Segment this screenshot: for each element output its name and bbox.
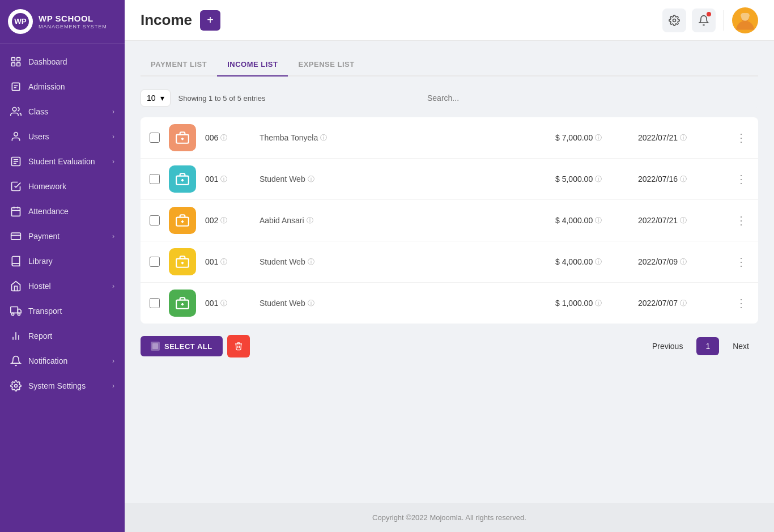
brand-name: WP SCHOOL: [39, 14, 107, 24]
sidebar-item-homework[interactable]: Homework: [0, 174, 125, 199]
info-icon[interactable]: ⓘ: [320, 133, 327, 143]
sidebar-item-payment[interactable]: Payment ›: [0, 224, 125, 249]
tab-payment-list[interactable]: PAYMENT LIST: [141, 54, 217, 76]
sidebar-item-system-settings[interactable]: System Settings ›: [0, 373, 125, 398]
page-1-button[interactable]: 1: [696, 337, 719, 355]
info-icon[interactable]: ⓘ: [220, 216, 227, 225]
admission-icon: [10, 81, 22, 92]
sidebar-item-label-class: Class: [28, 107, 48, 116]
sidebar-item-notification[interactable]: Notification ›: [0, 348, 125, 373]
row-checkbox[interactable]: [150, 298, 160, 308]
row-amount-1: $ 7,000.00 ⓘ: [555, 133, 629, 143]
info-icon[interactable]: ⓘ: [595, 299, 602, 308]
avatar: [732, 7, 758, 33]
info-icon[interactable]: ⓘ: [220, 133, 227, 143]
info-icon[interactable]: ⓘ: [308, 175, 314, 184]
select-all-button[interactable]: SELECT ALL: [141, 336, 223, 356]
row-date-5: 2022/07/07 ⓘ: [638, 299, 723, 308]
row-name-2: Student Web ⓘ: [260, 175, 546, 184]
sidebar-item-attendance[interactable]: Attendance: [0, 199, 125, 224]
entries-select[interactable]: 10 ▾: [141, 90, 171, 107]
delete-button[interactable]: [227, 335, 250, 357]
row-actions-5: ⋮: [732, 297, 749, 309]
row-menu-button[interactable]: ⋮: [733, 173, 749, 185]
sidebar-item-label-transport: Transport: [28, 307, 62, 316]
evaluation-icon: [10, 156, 22, 167]
info-icon[interactable]: ⓘ: [308, 299, 314, 308]
footer-text: Copyright ©2022 Mojoomla. All rights res…: [372, 513, 526, 522]
sidebar-item-label-hostel: Hostel: [28, 282, 51, 291]
info-icon[interactable]: ⓘ: [595, 257, 602, 267]
next-button[interactable]: Next: [724, 337, 758, 355]
income-table: 006 ⓘ Themba Tonyela ⓘ $ 7,000.00 ⓘ 2022…: [141, 117, 758, 324]
tab-expense-list[interactable]: EXPENSE LIST: [288, 54, 364, 76]
tab-income-list[interactable]: INCOME LIST: [217, 54, 288, 76]
table-row: 002 ⓘ Aabid Ansari ⓘ $ 4,000.00 ⓘ 2022/0…: [141, 200, 758, 241]
info-icon[interactable]: ⓘ: [307, 216, 313, 225]
row-menu-button[interactable]: ⋮: [733, 132, 749, 143]
info-icon[interactable]: ⓘ: [680, 216, 687, 225]
info-icon[interactable]: ⓘ: [680, 299, 687, 308]
chevron-right-icon: ›: [112, 108, 114, 116]
sidebar-item-report[interactable]: Report: [0, 324, 125, 348]
info-icon[interactable]: ⓘ: [680, 175, 687, 184]
footer: Copyright ©2022 Mojoomla. All rights res…: [125, 503, 774, 532]
notifications-button[interactable]: [692, 8, 716, 32]
previous-button[interactable]: Previous: [643, 337, 692, 355]
search-input[interactable]: [418, 88, 758, 108]
info-icon[interactable]: ⓘ: [680, 133, 687, 143]
chevron-right-icon: ›: [112, 382, 114, 390]
row-menu-button[interactable]: ⋮: [733, 256, 749, 267]
info-icon[interactable]: ⓘ: [220, 257, 227, 267]
add-income-button[interactable]: +: [200, 10, 220, 31]
svg-point-28: [673, 19, 676, 22]
row-menu-button[interactable]: ⋮: [733, 297, 749, 309]
svg-point-10: [14, 133, 18, 137]
row-menu-button[interactable]: ⋮: [733, 215, 749, 226]
svg-text:WP: WP: [14, 17, 27, 25]
row-actions-2: ⋮: [732, 173, 749, 185]
chevron-right-icon: ›: [112, 158, 114, 165]
sidebar-item-label-report: Report: [28, 331, 52, 341]
row-icon-1: [169, 124, 196, 151]
info-icon[interactable]: ⓘ: [680, 257, 687, 267]
settings-icon: [10, 380, 22, 391]
report-icon: [10, 330, 22, 342]
main-content: Income +: [125, 0, 774, 532]
settings-button[interactable]: [662, 8, 686, 32]
select-all-label: SELECT ALL: [164, 342, 212, 351]
info-icon[interactable]: ⓘ: [595, 175, 602, 184]
sidebar-item-dashboard[interactable]: Dashboard: [0, 49, 125, 74]
sidebar-item-admission[interactable]: Admission: [0, 74, 125, 99]
notification-badge: [707, 12, 711, 16]
info-icon[interactable]: ⓘ: [595, 133, 602, 143]
sidebar-item-library[interactable]: Library: [0, 249, 125, 274]
sidebar-item-transport[interactable]: Transport: [0, 299, 125, 324]
row-amount-2: $ 5,000.00 ⓘ: [555, 175, 629, 184]
sidebar-item-student-evaluation[interactable]: Student Evaluation ›: [0, 149, 125, 174]
row-checkbox[interactable]: [150, 133, 160, 143]
sidebar-item-label-users: Users: [28, 132, 49, 141]
select-all-checkbox-indicator: [151, 342, 160, 351]
info-icon[interactable]: ⓘ: [220, 175, 227, 184]
sidebar-item-hostel[interactable]: Hostel ›: [0, 274, 125, 299]
info-icon[interactable]: ⓘ: [220, 299, 227, 308]
table-row: 001 ⓘ Student Web ⓘ $ 5,000.00 ⓘ 2022/07…: [141, 159, 758, 200]
row-icon-2: [169, 165, 196, 193]
sidebar-item-label-attendance: Attendance: [28, 207, 69, 216]
svg-rect-3: [17, 58, 20, 61]
notification-icon: [10, 355, 22, 367]
info-icon[interactable]: ⓘ: [595, 216, 602, 225]
row-name-1: Themba Tonyela ⓘ: [260, 133, 546, 143]
sidebar-item-users[interactable]: Users ›: [0, 124, 125, 149]
row-checkbox[interactable]: [150, 215, 160, 225]
sidebar-item-class[interactable]: Class ›: [0, 99, 125, 124]
info-icon[interactable]: ⓘ: [308, 257, 314, 267]
row-number-1: 006 ⓘ: [205, 133, 250, 143]
row-actions-3: ⋮: [732, 215, 749, 226]
header-left: Income +: [141, 10, 220, 31]
svg-rect-6: [12, 83, 19, 90]
users-icon: [10, 131, 22, 142]
row-checkbox[interactable]: [150, 174, 160, 184]
row-checkbox[interactable]: [150, 257, 160, 267]
